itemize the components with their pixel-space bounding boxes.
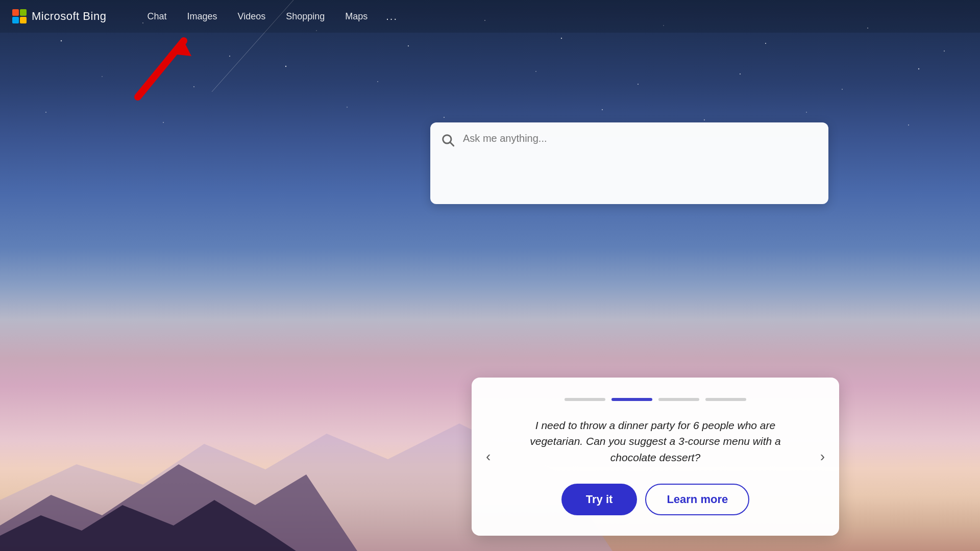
nav-more-button[interactable]: ... [378,0,406,33]
logo-area[interactable]: Microsoft Bing [12,9,106,23]
carousel-dots [512,398,798,401]
carousel-text: I need to throw a dinner party for 6 peo… [512,417,798,466]
carousel-next-button[interactable]: › [816,444,829,469]
try-it-button[interactable]: Try it [561,484,638,515]
nav-links: Chat Images Videos Shopping Maps ... [137,0,406,33]
search-container [430,122,828,204]
carousel-prev-button[interactable]: ‹ [482,444,495,469]
carousel-dot-3[interactable] [658,398,699,401]
navbar: Microsoft Bing Chat Images Videos Shoppi… [0,0,980,33]
carousel-dot-2[interactable] [611,398,652,401]
search-box [430,122,828,204]
nav-maps[interactable]: Maps [335,0,378,33]
svg-line-35 [450,142,453,145]
nav-shopping[interactable]: Shopping [276,0,335,33]
nav-chat[interactable]: Chat [137,0,177,33]
carousel-dot-4[interactable] [705,398,746,401]
nav-images[interactable]: Images [177,0,227,33]
search-input[interactable] [463,122,828,190]
search-icon-wrapper [430,122,463,159]
carousel-card: I need to throw a dinner party for 6 peo… [472,378,839,536]
brand-name: Microsoft Bing [32,10,106,23]
learn-more-button[interactable]: Learn more [645,484,749,515]
carousel-dot-1[interactable] [565,398,605,401]
microsoft-logo [12,9,27,23]
search-icon [440,133,455,147]
carousel-buttons: Try it Learn more [512,484,798,515]
nav-videos[interactable]: Videos [227,0,276,33]
